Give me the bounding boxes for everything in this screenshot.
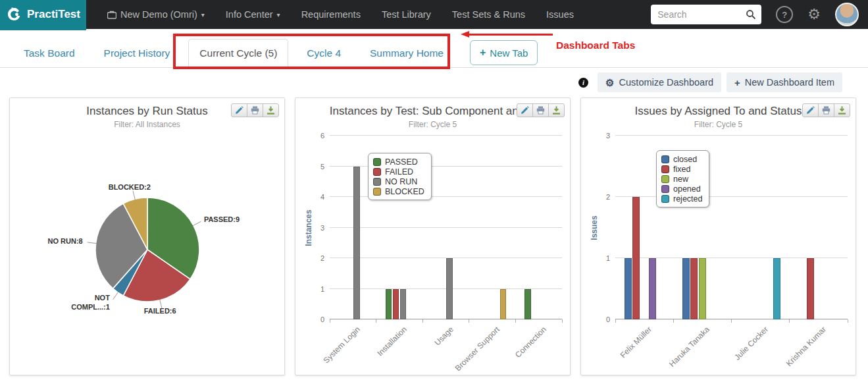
- y-tick-label: 0: [596, 315, 610, 323]
- legend-item-rejected[interactable]: rejected: [661, 194, 702, 204]
- bar-system-login-no-run[interactable]: [353, 167, 360, 320]
- edit-pencil-button[interactable]: [517, 103, 533, 117]
- y-axis-label: Instances: [304, 195, 313, 261]
- bar-installation-passed[interactable]: [386, 289, 392, 320]
- legend-item-opened[interactable]: opened: [661, 184, 702, 194]
- bar-haruka-tanaka-closed[interactable]: [682, 258, 690, 319]
- print-button[interactable]: [532, 103, 549, 117]
- download-button[interactable]: [834, 103, 850, 117]
- search-input[interactable]: [651, 5, 761, 24]
- legend-swatch: [373, 158, 381, 166]
- pie-leader-line: [113, 292, 118, 299]
- x-tick: [673, 319, 674, 323]
- tab-cycle-4[interactable]: Cycle 4: [296, 40, 351, 67]
- print-button[interactable]: [818, 103, 834, 117]
- pie-label-failed: FAILED:6: [136, 307, 184, 316]
- search-icon[interactable]: [746, 9, 756, 20]
- legend-item-passed[interactable]: PASSED: [373, 157, 424, 167]
- tab-summary-home[interactable]: Summary Home: [359, 40, 454, 67]
- practitest-logo[interactable]: PractiTest: [0, 0, 86, 30]
- download-icon: [838, 106, 846, 115]
- chevron-down-icon: ▾: [201, 11, 205, 18]
- download-button[interactable]: [548, 103, 565, 117]
- new-tab-button[interactable]: + New Tab: [470, 40, 538, 65]
- bar-krishna-kumar-fixed[interactable]: [807, 258, 814, 319]
- bar-installation-failed[interactable]: [393, 289, 399, 320]
- download-icon: [552, 106, 561, 115]
- plot-area: 0123IssuesFelix MüllerHaruka TanakaJulie…: [615, 136, 848, 319]
- bar-felix-m-ller-opened[interactable]: [649, 258, 656, 319]
- download-button[interactable]: [263, 103, 279, 117]
- customize-dashboard-button[interactable]: ⚙ Customize Dashboard: [598, 72, 721, 92]
- legend-item-closed[interactable]: closed: [661, 154, 702, 164]
- legend-item-blocked[interactable]: BLOCKED: [373, 186, 424, 196]
- tab-project-history[interactable]: Project History: [93, 40, 181, 67]
- new-dashboard-item-button[interactable]: + New Dashboard Item: [727, 72, 842, 92]
- info-icon[interactable]: i: [578, 78, 588, 88]
- brand-name: PractiTest: [27, 8, 80, 21]
- edit-pencil-button[interactable]: [231, 103, 247, 117]
- bar-felix-m-ller-closed[interactable]: [625, 258, 632, 319]
- bar-usage-no-run[interactable]: [446, 258, 453, 319]
- chart-filter-subtitle: Filter: All Instances: [10, 120, 284, 129]
- card-toolbar: [803, 103, 850, 117]
- legend-item-failed[interactable]: FAILED: [373, 167, 424, 177]
- x-tick: [330, 319, 330, 323]
- bar-connection-passed[interactable]: [524, 289, 531, 320]
- settings-gear-icon[interactable]: ⚙: [807, 7, 821, 22]
- printer-icon: [251, 106, 259, 115]
- legend-swatch: [661, 165, 669, 173]
- y-tick-label: 1: [310, 285, 324, 293]
- tab-task-board[interactable]: Task Board: [13, 40, 86, 67]
- x-tick: [515, 319, 516, 323]
- legend-swatch: [373, 188, 381, 196]
- x-tick: [562, 319, 563, 323]
- legend-swatch: [661, 175, 669, 183]
- nav-issues[interactable]: Issues: [546, 9, 574, 20]
- user-avatar[interactable]: [835, 3, 859, 26]
- legend-item-no-run[interactable]: NO RUN: [373, 177, 424, 186]
- printer-icon: [536, 106, 545, 115]
- card-instances-by-test-sub-component: Instances by Test: Sub Component and R F…: [295, 97, 571, 375]
- edit-pencil-button[interactable]: [802, 103, 819, 117]
- legend-item-fixed[interactable]: fixed: [661, 164, 702, 174]
- tab-current-cycle[interactable]: Current Cycle (5): [188, 39, 288, 68]
- legend-swatch: [661, 195, 669, 203]
- x-tick: [376, 319, 376, 323]
- help-icon[interactable]: ?: [776, 6, 793, 23]
- nav-test-library[interactable]: Test Library: [382, 9, 431, 20]
- plus-icon: +: [734, 78, 740, 88]
- print-button[interactable]: [247, 103, 263, 117]
- navbar-right: ? ⚙: [651, 3, 868, 26]
- x-tick: [789, 319, 790, 323]
- annotation-label: Dashboard Tabs: [556, 40, 635, 51]
- nav-info-center[interactable]: Info Center ▾: [226, 9, 280, 20]
- bar-chart-instances-by-sub-component: 0123456InstancesSystem LoginInstallation…: [295, 131, 570, 375]
- plus-icon: +: [480, 47, 486, 59]
- x-tick: [848, 319, 848, 323]
- printer-icon: [822, 106, 830, 115]
- y-tick-label: 6: [310, 132, 324, 140]
- bar-browser-support-blocked[interactable]: [500, 289, 507, 320]
- x-tick: [469, 319, 469, 323]
- download-icon: [267, 106, 275, 115]
- chevron-down-icon: ▾: [277, 11, 280, 18]
- bar-installation-no-run[interactable]: [400, 289, 407, 320]
- project-selector[interactable]: New Demo (Omri) ▾: [107, 9, 205, 20]
- bar-julie-cocker-rejected[interactable]: [773, 258, 780, 319]
- gridline: [330, 196, 562, 197]
- gridline: [615, 196, 848, 197]
- card-toolbar: [232, 103, 279, 117]
- nav-test-sets-runs[interactable]: Test Sets & Runs: [452, 9, 525, 20]
- pie-chart-instances-by-run-status: PASSED:9FAILED:6NOT COMPL...:1NO RUN:8BL…: [10, 131, 284, 375]
- bar-haruka-tanaka-new[interactable]: [699, 258, 706, 319]
- x-category-label-haruka-tanaka: Haruka Tanaka: [654, 325, 712, 382]
- gridline: [615, 135, 848, 136]
- bar-felix-m-ller-fixed[interactable]: [632, 197, 640, 319]
- nav-requirements[interactable]: Requirements: [301, 9, 361, 20]
- brand-swirl-icon: [6, 6, 23, 23]
- bar-haruka-tanaka-fixed[interactable]: [690, 258, 698, 319]
- legend-item-new[interactable]: new: [661, 174, 702, 184]
- chart-filter-subtitle: Filter: Cycle 5: [581, 120, 855, 129]
- chart-filter-subtitle: Filter: Cycle 5: [295, 120, 570, 129]
